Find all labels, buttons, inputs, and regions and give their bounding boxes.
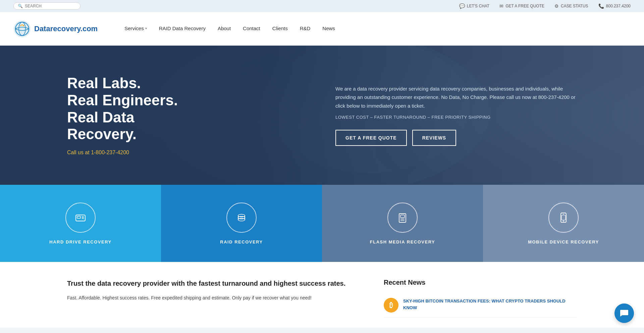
hero-description: We are a data recovery provider servicin…	[335, 85, 577, 110]
get-quote-button[interactable]: GET A FREE QUOTE	[335, 130, 407, 146]
logo-icon	[13, 20, 31, 38]
tile-mobile[interactable]: MOBILE DEVICE RECOVERY	[483, 185, 644, 262]
case-icon: ⚙	[554, 3, 559, 9]
svg-point-25	[563, 220, 564, 221]
hard-drive-label: HARD DRIVE RECOVERY	[49, 239, 111, 244]
hard-drive-icon-circle	[65, 203, 96, 233]
flash-label: FLASH MEDIA RECOVERY	[370, 239, 435, 244]
top-link-quote[interactable]: ✉ GET A FREE QUOTE	[499, 3, 544, 9]
nav-services[interactable]: Services ▾	[124, 23, 147, 35]
hero-section: Real Labs. Real Engineers. Real Data Rec…	[0, 46, 644, 185]
top-link-chat[interactable]: 💬 LET'S CHAT	[459, 3, 489, 9]
phone-label: 800.237.4200	[606, 4, 631, 8]
flash-icon-circle	[387, 203, 418, 233]
bottom-right: Recent News ₿ SKY-HIGH BITCOIN TRANSACTI…	[384, 279, 577, 318]
top-link-phone[interactable]: 📞 800.237.4200	[598, 3, 631, 9]
top-links: 💬 LET'S CHAT ✉ GET A FREE QUOTE ⚙ CASE S…	[459, 3, 631, 9]
bottom-section: Trust the data recovery provider with th…	[0, 262, 644, 328]
nav-clients[interactable]: Clients	[272, 23, 288, 35]
main-nav: Services ▾ RAID Data Recovery About Cont…	[124, 23, 335, 35]
hero-buttons: GET A FREE QUOTE REVIEWS	[335, 130, 577, 146]
raid-icon	[235, 211, 248, 224]
search-icon: 🔍	[18, 4, 23, 8]
hero-right: We are a data recovery provider servicin…	[335, 85, 577, 146]
nav-raid[interactable]: RAID Data Recovery	[159, 23, 206, 35]
hero-headline: Real Labs. Real Engineers. Real Data Rec…	[67, 75, 309, 143]
hero-call-cta[interactable]: Call us at 1-800-237-4200	[67, 150, 309, 156]
quote-label: GET A FREE QUOTE	[505, 4, 544, 8]
news-item-bitcoin[interactable]: ₿ SKY-HIGH BITCOIN TRANSACTION FEES: WHA…	[384, 293, 577, 318]
mobile-icon	[557, 211, 570, 224]
hard-drive-icon	[74, 211, 87, 224]
hero-content: Real Labs. Real Engineers. Real Data Rec…	[0, 75, 644, 155]
svg-rect-10	[77, 216, 80, 218]
recent-news-title: Recent News	[384, 279, 577, 286]
svg-point-16	[238, 218, 245, 221]
trust-body: Fast. Affordable. Highest success rates.…	[67, 294, 357, 302]
nav-rd[interactable]: R&D	[300, 23, 311, 35]
service-tiles: HARD DRIVE RECOVERY RAID RECOVERY FLASH …	[0, 185, 644, 262]
search-input[interactable]	[25, 4, 75, 8]
reviews-button[interactable]: REVIEWS	[412, 130, 457, 146]
chat-button[interactable]	[614, 303, 634, 323]
nav-contact[interactable]: Contact	[243, 23, 260, 35]
hero-left: Real Labs. Real Engineers. Real Data Rec…	[67, 75, 309, 155]
hero-tagline: LOWEST COST – FASTER TURNAROUND – FREE P…	[335, 115, 577, 120]
chat-label: LET'S CHAT	[467, 4, 489, 8]
trust-headline: Trust the data recovery provider with th…	[67, 279, 357, 288]
top-link-case[interactable]: ⚙ CASE STATUS	[554, 3, 588, 9]
raid-icon-circle	[226, 203, 257, 233]
logo-text: Datarecovery.com	[34, 24, 98, 33]
header: Datarecovery.com Services ▾ RAID Data Re…	[0, 12, 644, 46]
logo[interactable]: Datarecovery.com	[13, 20, 98, 38]
mobile-icon-circle	[548, 203, 579, 233]
phone-icon: 📞	[598, 3, 604, 9]
bottom-left: Trust the data recovery provider with th…	[67, 279, 357, 318]
news-item-title[interactable]: SKY-HIGH BITCOIN TRANSACTION FEES: WHAT …	[403, 298, 577, 311]
nav-about[interactable]: About	[218, 23, 231, 35]
tile-flash[interactable]: FLASH MEDIA RECOVERY	[322, 185, 483, 262]
tile-raid[interactable]: RAID RECOVERY	[161, 185, 322, 262]
svg-rect-20	[400, 215, 405, 218]
search-bar[interactable]: 🔍	[13, 2, 80, 10]
tile-hard-drive[interactable]: HARD DRIVE RECOVERY	[0, 185, 161, 262]
svg-point-0	[14, 20, 31, 37]
nav-news[interactable]: News	[322, 23, 335, 35]
flash-icon	[396, 211, 409, 224]
bitcoin-icon: ₿	[384, 298, 398, 313]
svg-rect-26	[561, 215, 566, 220]
services-dropdown-arrow: ▾	[145, 26, 147, 30]
quote-icon: ✉	[499, 3, 503, 9]
raid-label: RAID RECOVERY	[220, 239, 263, 244]
mobile-label: MOBILE DEVICE RECOVERY	[528, 239, 599, 244]
case-label: CASE STATUS	[561, 4, 588, 8]
top-bar: 🔍 💬 LET'S CHAT ✉ GET A FREE QUOTE ⚙ CASE…	[0, 0, 644, 12]
chat-icon: 💬	[459, 3, 465, 9]
chat-icon	[620, 309, 629, 318]
